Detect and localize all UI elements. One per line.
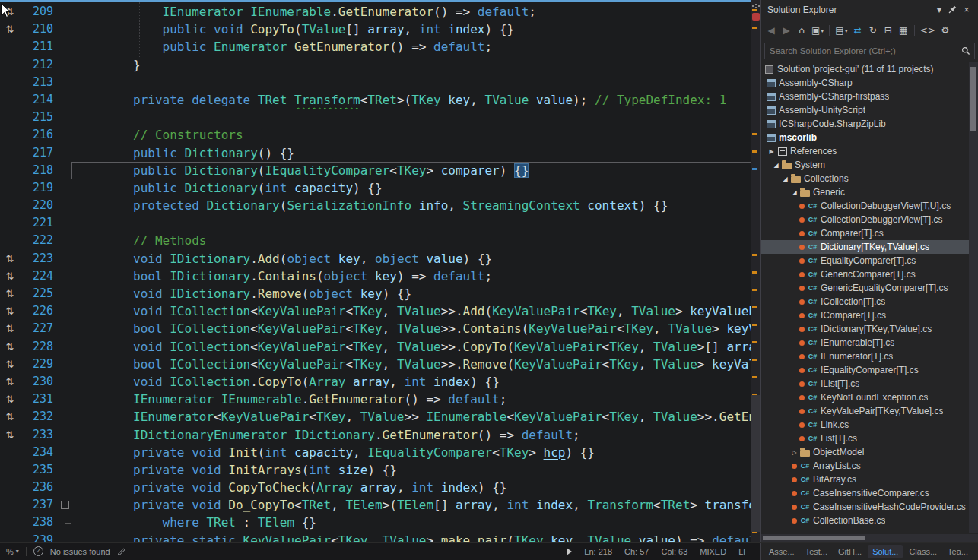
fold-margin[interactable]	[55, 302, 75, 320]
tree-h-scrollbar[interactable]	[761, 534, 978, 542]
tree-item[interactable]: C#CollectionBase.cs	[761, 514, 978, 527]
fold-margin[interactable]	[55, 514, 75, 531]
play-icon[interactable]	[567, 548, 572, 555]
fold-margin[interactable]	[55, 373, 75, 391]
tree-item[interactable]: ICSharpCode.SharpZipLib	[761, 117, 978, 131]
view-code-icon[interactable]: <>	[919, 23, 937, 38]
line-number[interactable]: 223	[20, 250, 55, 267]
filter-icon[interactable]: ▤▾	[834, 23, 849, 38]
fold-margin[interactable]	[55, 408, 75, 426]
tree-item[interactable]: Assembly-CSharp-firstpass	[761, 90, 978, 103]
line-number[interactable]: 228	[20, 338, 55, 356]
scrollbar-split-grip[interactable]	[755, 4, 757, 5]
code-line[interactable]: ⇅210 public void CopyTo(TValue[] array, …	[0, 21, 760, 38]
code-line[interactable]: 239 private static KeyValuePair<TKey, TV…	[0, 532, 760, 542]
code-text[interactable]: void IDictionary.Remove(object key) {}	[75, 285, 760, 302]
line-number[interactable]: 215	[20, 109, 55, 126]
code-line[interactable]: 235 private void InitArrays(int size) {}	[0, 461, 760, 479]
code-line[interactable]: 234 private void Init(int capacity, IEqu…	[0, 444, 760, 461]
code-editor[interactable]: ⇅209 IEnumerator IEnumerable.GetEnumerat…	[0, 0, 760, 542]
line-number[interactable]: 237	[20, 496, 55, 514]
tree-item[interactable]: Assembly-CSharp	[761, 76, 978, 90]
line-number[interactable]: 225	[20, 285, 55, 302]
code-line[interactable]: 220 protected Dictionary(SerializationIn…	[0, 197, 760, 214]
tree-item[interactable]: C#IComparer[T].cs	[761, 308, 978, 322]
code-text[interactable]: IEnumerator IEnumerable.GetEnumerator() …	[75, 3, 760, 21]
code-line[interactable]: ⇅225 void IDictionary.Remove(object key)…	[0, 285, 760, 302]
chevron-down-icon[interactable]: ▾	[932, 5, 946, 15]
home-icon[interactable]: ⌂	[795, 23, 808, 38]
close-icon[interactable]: ×	[960, 5, 973, 15]
code-line[interactable]: 213	[0, 74, 760, 91]
tree-item[interactable]: C#IEqualityComparer[T].cs	[761, 363, 978, 377]
tree-item[interactable]: C#KeyNotFoundException.cs	[761, 391, 978, 404]
inheritance-margin-icon[interactable]: ⇅	[0, 267, 20, 285]
code-line[interactable]: ⇅230 void ICollection.CopyTo(Array array…	[0, 373, 760, 391]
code-text[interactable]: void ICollection.CopyTo(Array array, int…	[75, 373, 760, 391]
fold-margin[interactable]	[55, 179, 75, 197]
pin-icon[interactable]	[946, 5, 960, 16]
code-text[interactable]: void ICollection<KeyValuePair<TKey, TVal…	[75, 338, 760, 356]
fold-margin[interactable]	[55, 74, 75, 91]
inheritance-margin-icon[interactable]: ⇅	[0, 408, 20, 426]
code-line[interactable]: ⇅226 void ICollection<KeyValuePair<TKey,…	[0, 302, 760, 320]
code-text[interactable]: public void CopyTo(TValue[] array, int i…	[75, 21, 760, 38]
line-number[interactable]: 231	[20, 391, 55, 408]
tool-window-tab[interactable]: Test...	[801, 545, 832, 558]
code-text[interactable]: IEnumerator<KeyValuePair<TKey, TValue>> …	[75, 408, 760, 426]
tree-item[interactable]: ◢Generic	[761, 185, 978, 199]
inheritance-margin-icon[interactable]: ⇅	[0, 391, 20, 408]
inheritance-margin-icon[interactable]	[0, 91, 20, 109]
fold-margin[interactable]	[55, 197, 75, 214]
line-number[interactable]: 212	[20, 56, 55, 74]
line-number[interactable]: 214	[20, 91, 55, 109]
code-text[interactable]: private static KeyValuePair<TKey, TValue…	[75, 532, 760, 542]
line-number[interactable]: 221	[20, 214, 55, 232]
inheritance-margin-icon[interactable]: ⇅	[0, 373, 20, 391]
scrollbar-thumb[interactable]	[751, 395, 760, 532]
editor-scrollbar[interactable]	[751, 0, 760, 542]
fold-margin[interactable]	[55, 126, 75, 144]
inheritance-margin-icon[interactable]: ⇅	[0, 426, 20, 444]
fold-margin[interactable]	[55, 532, 75, 542]
expand-arrow-icon[interactable]: ▶	[767, 148, 776, 155]
tree-item[interactable]: Solution 'project-gui' (11 of 11 project…	[761, 62, 978, 76]
tree-item[interactable]: C#CollectionDebuggerView[T].cs	[761, 213, 978, 226]
fold-margin[interactable]	[55, 232, 75, 249]
code-line[interactable]: ⇅229 bool ICollection<KeyValuePair<TKey,…	[0, 356, 760, 373]
code-line[interactable]: 217 public Dictionary() {}	[0, 144, 760, 162]
tree-item[interactable]: C#IList[T].cs	[761, 377, 978, 391]
tree-item[interactable]: C#IEnumerator[T].cs	[761, 350, 978, 363]
code-line[interactable]: 215	[0, 109, 760, 126]
inheritance-margin-icon[interactable]: ⇅	[0, 285, 20, 302]
show-all-files-icon[interactable]: ▦	[897, 23, 910, 38]
code-text[interactable]: public Dictionary(IEqualityComparer<TKey…	[75, 162, 760, 179]
tool-window-tab[interactable]: Asse...	[764, 545, 799, 558]
inheritance-margin-icon[interactable]	[0, 179, 20, 197]
fold-margin[interactable]	[55, 162, 75, 179]
tree-item[interactable]: C#ICollection[T].cs	[761, 295, 978, 308]
tree-item[interactable]: ◢System	[761, 158, 978, 172]
collapse-arrow-icon[interactable]: ◢	[772, 162, 780, 169]
inheritance-margin-icon[interactable]	[0, 461, 20, 479]
code-text[interactable]: private void InitArrays(int size) {}	[75, 461, 760, 479]
code-text[interactable]: where TRet : TElem {}	[75, 514, 760, 531]
code-text[interactable]: private delegate TRet Transform<TRet>(TK…	[75, 91, 760, 109]
line-number[interactable]: 236	[20, 479, 55, 496]
inheritance-margin-icon[interactable]	[0, 496, 20, 514]
sync-with-active-document-icon[interactable]: ⇄	[851, 23, 865, 38]
inheritance-margin-icon[interactable]	[0, 514, 20, 531]
expand-arrow-icon[interactable]: ▷	[790, 449, 799, 456]
inheritance-margin-icon[interactable]	[0, 532, 20, 542]
code-line[interactable]: 237- private void Do_CopyTo<TRet, TElem>…	[0, 496, 760, 514]
tree-item[interactable]: C#Comparer[T].cs	[761, 226, 978, 240]
fold-collapse-button[interactable]: -	[61, 501, 69, 509]
fold-margin[interactable]	[55, 426, 75, 444]
tree-item[interactable]: C#KeyValuePair[TKey,TValue].cs	[761, 404, 978, 418]
line-number[interactable]: 209	[20, 3, 55, 21]
inheritance-margin-icon[interactable]	[0, 74, 20, 91]
refresh-icon[interactable]: ↻	[866, 23, 880, 38]
code-text[interactable]: private void Do_CopyTo<TRet, TElem>(TEle…	[75, 496, 760, 514]
inheritance-margin-icon[interactable]: ⇅	[0, 320, 20, 337]
code-line[interactable]: 222 // Methods	[0, 232, 760, 249]
